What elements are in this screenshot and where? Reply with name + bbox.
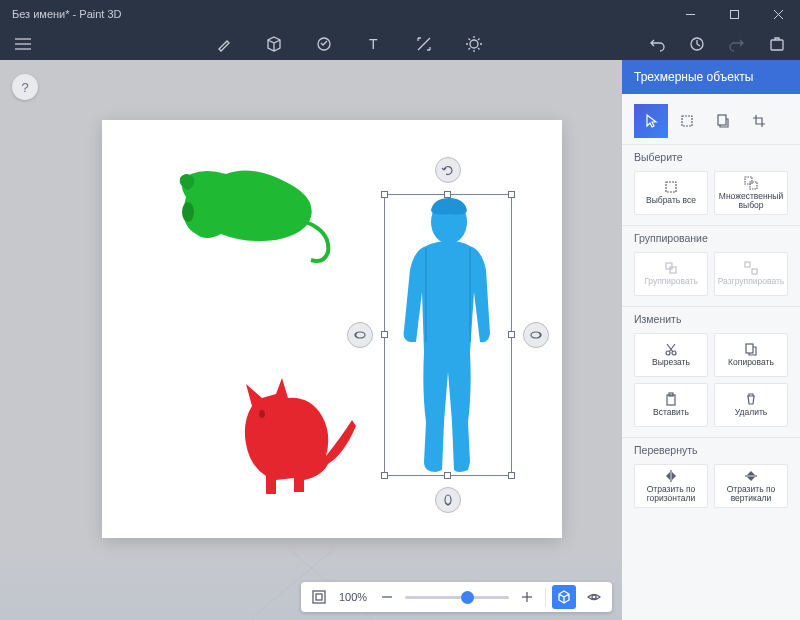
window-title: Без имени* - Paint 3D bbox=[12, 8, 121, 20]
resize-handle-br[interactable] bbox=[508, 472, 515, 479]
svg-point-31 bbox=[592, 595, 596, 599]
undo-button[interactable] bbox=[640, 30, 674, 58]
svg-rect-43 bbox=[746, 344, 753, 353]
paste-button[interactable]: Вставить bbox=[634, 383, 708, 427]
canvas[interactable] bbox=[102, 120, 562, 538]
ungroup-button: Разгруппировать bbox=[714, 252, 788, 296]
brushes-tool[interactable] bbox=[210, 30, 238, 58]
rotate-z-handle[interactable] bbox=[435, 157, 461, 183]
svg-rect-34 bbox=[666, 182, 676, 192]
select-mode[interactable] bbox=[634, 104, 668, 138]
svg-rect-26 bbox=[313, 591, 325, 603]
svg-rect-32 bbox=[682, 116, 692, 126]
svg-line-15 bbox=[478, 48, 480, 50]
cut-button[interactable]: Вырезать bbox=[634, 333, 708, 377]
resize-handle-r[interactable] bbox=[508, 331, 515, 338]
svg-rect-27 bbox=[316, 594, 322, 600]
3d-view-button[interactable] bbox=[552, 585, 576, 609]
text-tool[interactable]: T bbox=[360, 30, 388, 58]
3d-shapes-tool[interactable] bbox=[260, 30, 288, 58]
section-title: Перевернуть bbox=[634, 444, 788, 456]
help-button[interactable]: ? bbox=[12, 74, 38, 100]
zoom-slider[interactable] bbox=[405, 596, 509, 599]
svg-point-20 bbox=[182, 202, 194, 222]
zoom-out-button[interactable] bbox=[375, 585, 399, 609]
resize-handle-tr[interactable] bbox=[508, 191, 515, 198]
resize-handle-t[interactable] bbox=[444, 191, 451, 198]
maximize-button[interactable] bbox=[712, 0, 756, 28]
svg-rect-19 bbox=[771, 40, 783, 50]
svg-rect-38 bbox=[670, 267, 676, 273]
svg-rect-40 bbox=[752, 269, 757, 274]
3d-library-button[interactable] bbox=[760, 30, 794, 58]
svg-rect-33 bbox=[718, 115, 726, 125]
svg-line-16 bbox=[469, 48, 471, 50]
rotate-y-right-handle[interactable] bbox=[523, 322, 549, 348]
zoom-in-button[interactable] bbox=[515, 585, 539, 609]
svg-point-9 bbox=[470, 40, 478, 48]
history-button[interactable] bbox=[680, 30, 714, 58]
selection-box[interactable] bbox=[384, 194, 512, 476]
panel-header: Трехмерные объекты bbox=[622, 60, 800, 94]
close-button[interactable] bbox=[756, 0, 800, 28]
toolbar: T bbox=[0, 28, 800, 60]
section-select: Выберите Выбрать все Множественный выбор bbox=[622, 144, 800, 225]
effects-tool[interactable] bbox=[460, 30, 488, 58]
copy-button[interactable]: Копировать bbox=[714, 333, 788, 377]
rotate-x-handle[interactable] bbox=[435, 487, 461, 513]
zoom-value: 100% bbox=[337, 591, 369, 603]
select-all-button[interactable]: Выбрать все bbox=[634, 171, 708, 215]
section-edit: Изменить Вырезать Копировать Вставить Уд… bbox=[622, 306, 800, 437]
crop-mode[interactable] bbox=[742, 104, 776, 138]
minimize-button[interactable] bbox=[668, 0, 712, 28]
resize-handle-b[interactable] bbox=[444, 472, 451, 479]
magic-select-mode[interactable] bbox=[706, 104, 740, 138]
section-flip: Перевернуть Отразить по горизонтали Отра… bbox=[622, 437, 800, 518]
fit-screen-button[interactable] bbox=[307, 585, 331, 609]
flip-horizontal-button[interactable]: Отразить по горизонтали bbox=[634, 464, 708, 508]
workspace: ? bbox=[0, 60, 622, 620]
section-title: Группирование bbox=[634, 232, 788, 244]
redo-button[interactable] bbox=[720, 30, 754, 58]
svg-rect-36 bbox=[750, 182, 757, 189]
titlebar: Без имени* - Paint 3D bbox=[0, 0, 800, 28]
flip-vertical-button[interactable]: Отразить по вертикали bbox=[714, 464, 788, 508]
resize-handle-bl[interactable] bbox=[381, 472, 388, 479]
svg-rect-1 bbox=[730, 10, 738, 18]
svg-line-14 bbox=[469, 39, 471, 41]
zoom-bar: 100% bbox=[301, 582, 612, 612]
svg-text:T: T bbox=[369, 36, 378, 52]
canvas-tool[interactable] bbox=[410, 30, 438, 58]
mouse-3d-object[interactable] bbox=[156, 152, 336, 272]
zoom-slider-thumb[interactable] bbox=[461, 591, 474, 604]
eye-view-button[interactable] bbox=[582, 585, 606, 609]
svg-rect-39 bbox=[745, 262, 750, 267]
side-panel: Трехмерные объекты Выберите Выбрать все … bbox=[622, 60, 800, 620]
multi-select-button[interactable]: Множественный выбор bbox=[714, 171, 788, 215]
section-title: Изменить bbox=[634, 313, 788, 325]
svg-point-21 bbox=[259, 410, 265, 418]
section-title: Выберите bbox=[634, 151, 788, 163]
group-button: Группировать bbox=[634, 252, 708, 296]
svg-rect-35 bbox=[745, 177, 752, 184]
resize-handle-l[interactable] bbox=[381, 331, 388, 338]
svg-line-17 bbox=[478, 39, 480, 41]
delete-button[interactable]: Удалить bbox=[714, 383, 788, 427]
selection-rect-mode[interactable] bbox=[670, 104, 704, 138]
rotate-y-left-handle[interactable] bbox=[347, 322, 373, 348]
section-group: Группирование Группировать Разгруппирова… bbox=[622, 225, 800, 306]
resize-handle-tl[interactable] bbox=[381, 191, 388, 198]
stickers-tool[interactable] bbox=[310, 30, 338, 58]
svg-rect-37 bbox=[666, 263, 672, 269]
menu-button[interactable] bbox=[6, 28, 40, 60]
cat-3d-object[interactable] bbox=[222, 366, 372, 506]
